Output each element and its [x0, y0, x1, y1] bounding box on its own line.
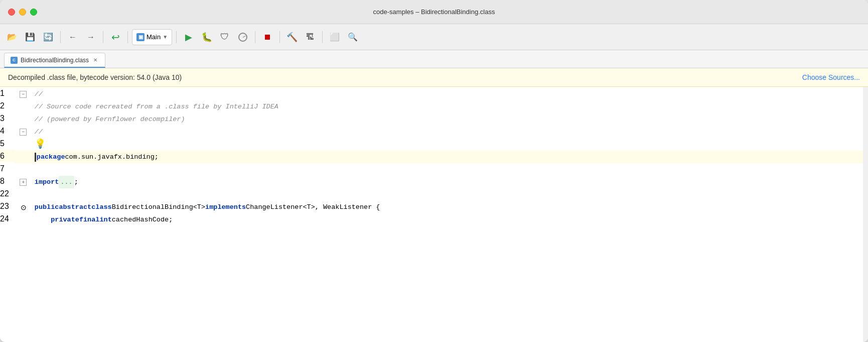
kw-int: int — [99, 213, 111, 226]
line-num-23: 23 — [0, 200, 15, 212]
code-line-6: package com.sun.javafx.binding; — [33, 151, 863, 163]
save-button[interactable]: 💾 — [22, 29, 38, 45]
choose-sources-link[interactable]: Choose Sources... — [802, 73, 860, 81]
tab-close-button[interactable]: ✕ — [92, 57, 99, 64]
gutter-5 — [15, 138, 33, 151]
gutter-3 — [15, 113, 33, 126]
lightbulb-icon[interactable]: 💡 — [35, 138, 46, 151]
decompile-notice: Decompiled .class file, bytecode version… — [8, 73, 182, 81]
kw-implements: implements — [205, 201, 246, 213]
separator-2 — [103, 31, 103, 43]
stop-button[interactable]: ⏹ — [259, 29, 275, 45]
separator-4 — [176, 31, 177, 43]
code-line-8: import ... ; — [33, 176, 863, 188]
info-banner: Decompiled .class file, bytecode version… — [0, 68, 868, 87]
tab-bidirectionalbinding[interactable]: C BidirectionalBinding.class ✕ — [4, 53, 105, 68]
line-num-4: 4 — [0, 125, 15, 137]
line-numbers: 1 2 3 4 5 6 7 8 22 23 24 — [0, 87, 15, 342]
fold-icon-4[interactable]: − — [20, 129, 27, 136]
close-button[interactable] — [8, 9, 15, 16]
revert-button[interactable]: ↩ — [107, 29, 123, 45]
gutter-7 — [15, 163, 33, 176]
separator-1 — [60, 31, 61, 43]
gutter-2 — [15, 100, 33, 113]
navigate-marker[interactable]: ⊙ — [21, 203, 27, 211]
s4: ChangeListener<T>, WeakListener { — [246, 201, 380, 213]
scrollbar[interactable] — [863, 87, 868, 342]
code-line-3: // (powered by Fernflower decompiler) — [33, 113, 863, 126]
separator-5 — [255, 31, 255, 43]
build-button[interactable]: 🔨 — [284, 29, 300, 45]
text-cursor — [35, 153, 36, 162]
forward-button[interactable]: → — [83, 29, 99, 45]
code-line-7 — [33, 163, 863, 176]
line-num-24: 24 — [0, 212, 15, 225]
minimize-button[interactable] — [19, 9, 26, 16]
open-folder-button[interactable]: 📂 — [4, 29, 20, 45]
build-module-button[interactable]: 🏗 — [302, 29, 318, 45]
kw-final: final — [79, 213, 100, 226]
kw-class: class — [91, 201, 112, 213]
tab-file-icon: C — [11, 57, 18, 64]
run-config-icon: ▣ — [136, 33, 144, 41]
refresh-button[interactable]: 🔄 — [40, 29, 56, 45]
code-text-6: com.sun.javafx.binding; — [65, 151, 159, 163]
code-keyword-import: import — [35, 176, 59, 188]
code-text-3: // (powered by Fernflower decompiler) — [35, 113, 185, 126]
back-button[interactable]: ← — [65, 29, 81, 45]
gutter: − − + ⊙ — [15, 87, 33, 342]
kw-private: private — [51, 213, 79, 226]
code-keyword-package: package — [37, 151, 65, 163]
kw-abstract: abstract — [59, 201, 91, 213]
line-num-22: 22 — [0, 187, 15, 200]
line-num-6: 6 — [0, 150, 15, 162]
s7: cachedHashCode; — [112, 213, 173, 226]
gutter-24 — [15, 213, 33, 226]
code-text-1: // — [35, 88, 43, 100]
code-semicolon: ; — [74, 176, 78, 188]
code-line-22 — [33, 188, 863, 201]
run-button[interactable]: ▶ — [181, 29, 197, 45]
main-window: code-samples – BidirectionalBinding.clas… — [0, 0, 868, 342]
window-title: code-samples – BidirectionalBinding.clas… — [373, 8, 495, 16]
code-editor[interactable]: // // Source code recreated from a .clas… — [33, 87, 863, 342]
title-bar: code-samples – BidirectionalBinding.clas… — [0, 0, 868, 24]
tab-label: BidirectionalBinding.class — [21, 57, 89, 64]
fold-icon-8[interactable]: + — [20, 179, 27, 186]
separator-6 — [279, 31, 280, 43]
line-num-2: 2 — [0, 99, 15, 112]
code-line-4: // — [33, 126, 863, 138]
kw-public: public — [35, 201, 59, 213]
line-num-1: 1 — [0, 87, 15, 99]
gutter-4[interactable]: − — [15, 126, 33, 138]
line-num-7: 7 — [0, 162, 15, 175]
tab-bar: C BidirectionalBinding.class ✕ — [0, 50, 868, 68]
editor-area: 1 2 3 4 5 6 7 8 22 23 24 − − — [0, 87, 868, 342]
run-config-label: Main — [147, 33, 161, 41]
code-line-1: // — [33, 88, 863, 100]
gutter-23[interactable]: ⊙ — [15, 201, 33, 213]
separator-3 — [127, 31, 128, 43]
gutter-8[interactable]: + — [15, 176, 33, 188]
gutter-1[interactable]: − — [15, 88, 33, 100]
profiler-button[interactable] — [235, 29, 251, 45]
run-config-selector[interactable]: ▣ Main ▼ — [132, 29, 172, 45]
line-num-3: 3 — [0, 112, 15, 125]
traffic-lights — [8, 9, 37, 16]
debug-button[interactable]: 🐛 — [199, 29, 215, 45]
s3: BidirectionalBinding<T> — [112, 201, 205, 213]
code-line-24: private final int cachedHashCode; — [33, 213, 863, 226]
fold-icon-1[interactable]: − — [20, 91, 27, 98]
search-button[interactable]: 🔍 — [345, 29, 361, 45]
indent-24 — [35, 213, 51, 226]
maximize-button[interactable] — [30, 9, 37, 16]
code-text-4: // — [35, 126, 43, 138]
coverage-button[interactable]: 🛡 — [217, 29, 233, 45]
separator-7 — [322, 31, 323, 43]
toolbar: 📂 💾 🔄 ← → ↩ ▣ Main ▼ ▶ 🐛 🛡 ⏹ 🔨 🏗 ⬜ 🔍 — [0, 24, 868, 50]
code-line-23: public abstract class BidirectionalBindi… — [33, 201, 863, 213]
frame-button[interactable]: ⬜ — [327, 29, 343, 45]
gutter-22 — [15, 188, 33, 201]
code-ellipsis[interactable]: ... — [59, 176, 74, 188]
line-num-8: 8 — [0, 175, 15, 187]
